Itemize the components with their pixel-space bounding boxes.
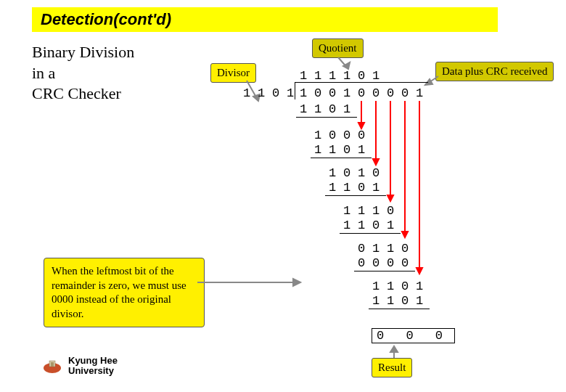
digit: 0 bbox=[370, 166, 382, 180]
digit: 1 bbox=[341, 204, 353, 218]
svg-marker-20 bbox=[402, 232, 408, 237]
digit: 1 bbox=[370, 242, 382, 256]
digit: 1 bbox=[341, 181, 353, 195]
digit: 1 bbox=[356, 143, 367, 157]
digit: 1 bbox=[414, 86, 425, 100]
digit: 0 bbox=[327, 86, 338, 100]
subtract-bar bbox=[340, 233, 401, 234]
digit: 1 bbox=[298, 86, 309, 100]
digit: 1 bbox=[327, 166, 338, 180]
university-name: Kyung Hee University bbox=[68, 356, 118, 377]
subtract-bar bbox=[296, 117, 357, 118]
digit: 1 bbox=[341, 69, 353, 83]
subtract-bar bbox=[325, 195, 386, 196]
subtract-bar bbox=[311, 158, 372, 158]
digit: 1 bbox=[298, 102, 309, 116]
digit: 0 bbox=[370, 256, 382, 270]
digit: 1 bbox=[414, 294, 425, 308]
digit: 1 bbox=[312, 143, 324, 157]
digit: 0 bbox=[327, 128, 338, 142]
svg-rect-2 bbox=[51, 362, 54, 367]
digit: 0 bbox=[312, 86, 324, 100]
division-bar-v bbox=[295, 82, 295, 99]
digit: 0 bbox=[356, 69, 367, 83]
digit: 1 bbox=[370, 279, 382, 293]
digit: 0 bbox=[385, 86, 396, 100]
digit: 1 bbox=[341, 102, 353, 116]
digit: 0 bbox=[356, 128, 367, 142]
digit: 1 bbox=[356, 204, 367, 218]
digit: 1 bbox=[385, 294, 396, 308]
digit: 1 bbox=[327, 143, 338, 157]
subtitle-line: in a bbox=[32, 64, 55, 82]
result-label: Result bbox=[372, 358, 412, 377]
digit: 0 bbox=[385, 256, 396, 270]
digit: 1 bbox=[385, 279, 396, 293]
result-arrow-icon bbox=[387, 343, 401, 359]
svg-marker-14 bbox=[358, 123, 364, 128]
digit: 0 bbox=[370, 86, 382, 100]
digit: 0 bbox=[399, 256, 411, 270]
university-logo-icon bbox=[42, 358, 62, 374]
digit: 1 bbox=[356, 166, 367, 180]
university-footer: Kyung Hee University bbox=[42, 356, 118, 377]
digit: 0 bbox=[370, 219, 382, 232]
digit: 1 bbox=[414, 279, 425, 293]
digit: 1 bbox=[370, 181, 382, 195]
digit: 1 bbox=[341, 86, 353, 100]
digit: 1 bbox=[356, 219, 367, 232]
svg-marker-16 bbox=[373, 159, 379, 165]
digit: 1 bbox=[241, 86, 253, 100]
digit: 0 bbox=[385, 204, 396, 218]
digit: 1 bbox=[312, 128, 324, 142]
digit: 1 bbox=[327, 181, 338, 195]
division-bar bbox=[295, 82, 428, 83]
subtract-bar bbox=[354, 271, 415, 271]
digit: 0 bbox=[341, 166, 353, 180]
digit: 0 bbox=[399, 86, 411, 100]
digit: 0 bbox=[356, 256, 367, 270]
digit: 1 bbox=[255, 86, 267, 100]
data-crc-label: Data plus CRC received bbox=[435, 62, 554, 81]
digit: 1 bbox=[370, 204, 382, 218]
division-diagram: Quotient Divisor Data plus CRC received … bbox=[181, 40, 559, 381]
digit: 0 bbox=[327, 102, 338, 116]
page-title: Detection(cont'd) bbox=[32, 7, 498, 32]
result-value: 0 0 0 bbox=[372, 328, 455, 343]
subtitle: Binary Division in a CRC Checker bbox=[32, 42, 134, 105]
digit: 0 bbox=[399, 279, 411, 293]
subtitle-line: CRC Checker bbox=[32, 84, 121, 102]
subtract-bar bbox=[369, 309, 430, 309]
note-box: When the leftmost bit of the remainder i… bbox=[44, 258, 205, 327]
digit: 1 bbox=[298, 69, 309, 83]
title-text: Detection(cont'd) bbox=[41, 10, 171, 29]
uni-line: University bbox=[68, 365, 114, 376]
digit: 1 bbox=[341, 219, 353, 232]
digit: 0 bbox=[399, 294, 411, 308]
digit: 1 bbox=[312, 102, 324, 116]
digit: 1 bbox=[312, 69, 324, 83]
note-arrow-icon bbox=[196, 272, 305, 294]
svg-marker-18 bbox=[387, 195, 393, 201]
uni-line: Kyung Hee bbox=[68, 355, 118, 366]
digit: 0 bbox=[356, 242, 367, 256]
svg-marker-10 bbox=[293, 279, 300, 286]
svg-marker-22 bbox=[417, 268, 422, 274]
digit: 1 bbox=[370, 69, 382, 83]
digit: 1 bbox=[385, 219, 396, 232]
subtitle-line: Binary Division bbox=[32, 43, 134, 61]
digit: 0 bbox=[356, 86, 367, 100]
digit: 0 bbox=[270, 86, 282, 100]
digit: 1 bbox=[370, 294, 382, 308]
svg-marker-12 bbox=[390, 346, 398, 352]
digit: 1 bbox=[327, 69, 338, 83]
digit: 0 bbox=[341, 128, 353, 142]
digit: 0 bbox=[356, 181, 367, 195]
digit: 1 bbox=[385, 242, 396, 256]
digit: 0 bbox=[341, 143, 353, 157]
digit: 0 bbox=[399, 242, 411, 256]
